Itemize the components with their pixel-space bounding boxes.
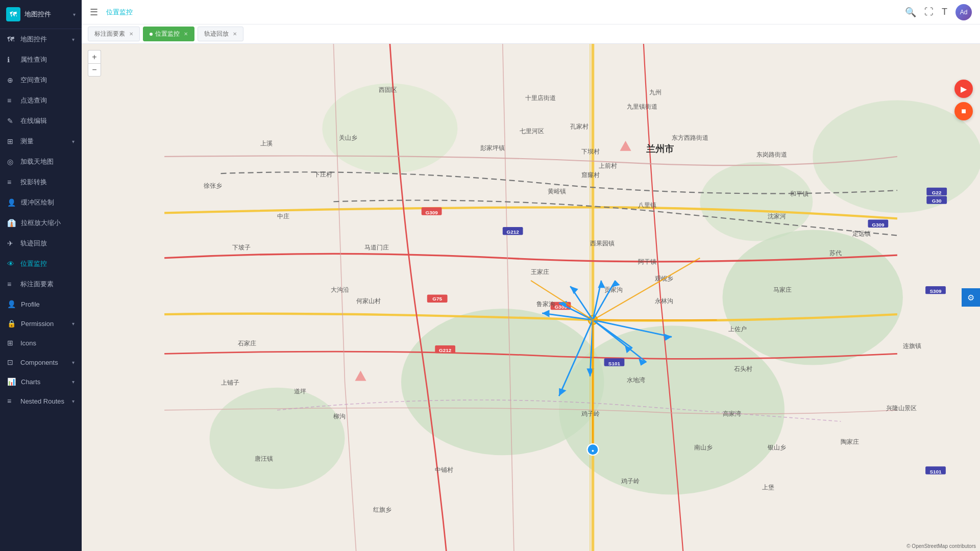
search-icon[interactable]: 🔍 xyxy=(905,7,916,18)
stop-button[interactable]: ■ xyxy=(954,102,973,120)
fullscreen-icon[interactable]: ⛶ xyxy=(924,7,934,17)
map-background[interactable]: G75 G212 G212 G309 G309 G22 G30 S309 S10… xyxy=(82,44,980,551)
svg-text:柳沟: 柳沟 xyxy=(333,413,346,420)
sidebar-item-spatial-query[interactable]: ⊕空间查询 xyxy=(0,70,82,90)
buffer-draw-label: 缓冲区绘制 xyxy=(21,198,54,207)
svg-text:九州: 九州 xyxy=(649,89,662,96)
svg-text:高家湾: 高家湾 xyxy=(723,410,741,417)
map-controls-icon: 🗺 xyxy=(7,35,15,43)
projection-label: 投影转换 xyxy=(20,178,47,187)
svg-text:阿干镇: 阿干镇 xyxy=(638,258,656,265)
svg-point-3 xyxy=(723,230,903,365)
tab-close-location[interactable]: ✕ xyxy=(184,31,188,37)
play-button[interactable]: ▶ xyxy=(954,80,973,98)
measure-label: 测量 xyxy=(20,137,34,146)
svg-text:陶家庄: 陶家庄 xyxy=(841,438,859,445)
nested-routes-arrow: ▾ xyxy=(72,398,75,404)
sidebar-item-components[interactable]: ⊡Components▾ xyxy=(0,353,82,372)
font-size-icon[interactable]: T xyxy=(942,7,947,17)
map-settings-button[interactable]: ⚙ xyxy=(962,288,980,307)
svg-text:●: ● xyxy=(592,448,594,453)
label-elements-icon: ≡ xyxy=(7,280,15,288)
tab-location-monitor[interactable]: 位置监控 ✕ xyxy=(143,27,194,41)
sidebar-item-attribute-query[interactable]: ℹ属性查询 xyxy=(0,49,82,70)
sidebar-item-point-query[interactable]: ≡点选查询 xyxy=(0,90,82,111)
tab-label-elements[interactable]: 标注面要素 ✕ xyxy=(88,27,140,41)
svg-point-7 xyxy=(322,83,457,173)
zoom-out-button[interactable]: − xyxy=(88,63,101,77)
svg-text:贡家沟: 贡家沟 xyxy=(604,286,623,293)
map-controls-arrow: ▾ xyxy=(72,37,75,42)
tabbar: 标注面要素 ✕ 位置监控 ✕ 轨迹回放 ✕ xyxy=(82,24,980,44)
svg-text:王家庄: 王家庄 xyxy=(531,268,549,276)
buffer-draw-icon: 👤 xyxy=(7,198,16,207)
svg-text:石头村: 石头村 xyxy=(734,365,752,372)
location-monitor-label: 位置监控 xyxy=(20,259,47,268)
tab-close-track[interactable]: ✕ xyxy=(233,31,237,37)
sidebar-item-charts[interactable]: 📊Charts▾ xyxy=(0,372,82,391)
svg-text:和平镇: 和平镇 xyxy=(790,190,808,197)
map-attribution: © OpenStreetMap contributors xyxy=(906,543,976,549)
tab-track-replay[interactable]: 轨迹回放 ✕ xyxy=(198,27,243,41)
point-query-icon: ≡ xyxy=(7,96,15,105)
svg-point-5 xyxy=(700,162,813,241)
svg-text:何家山村: 何家山村 xyxy=(356,297,381,305)
attribute-query-label: 属性查询 xyxy=(20,55,47,64)
svg-text:G309: G309 xyxy=(872,222,885,228)
sidebar-item-map-controls[interactable]: 🗺地图控件▾ xyxy=(0,29,82,49)
sidebar-item-load-tianditu[interactable]: ◎加载天地图 xyxy=(0,152,82,172)
svg-text:下庄村: 下庄村 xyxy=(314,171,332,178)
svg-text:七里河区: 七里河区 xyxy=(520,128,544,135)
svg-text:兰州市: 兰州市 xyxy=(646,143,674,154)
charts-label: Charts xyxy=(21,378,40,386)
point-query-label: 点选查询 xyxy=(20,96,47,105)
svg-text:上溪: 上溪 xyxy=(260,140,273,147)
sidebar-item-permission[interactable]: 🔒Permission▾ xyxy=(0,314,82,333)
sidebar-item-nested-routes[interactable]: ≡Nested Routes▾ xyxy=(0,391,82,411)
svg-text:G22: G22 xyxy=(932,190,942,195)
sidebar: 🗺 地图控件 ▾ 🗺地图控件▾ℹ属性查询⊕空间查询≡点选查询✎在线编辑⊞测量▾◎… xyxy=(0,0,82,551)
svg-text:上铺子: 上铺子 xyxy=(221,379,239,386)
spatial-query-label: 空间查询 xyxy=(20,76,47,85)
zoom-in-button[interactable]: + xyxy=(88,50,101,63)
svg-text:S101: S101 xyxy=(608,361,621,366)
avatar[interactable]: Ad xyxy=(955,4,972,20)
sidebar-item-zoom[interactable]: 👔拉框放大缩小 xyxy=(0,213,82,233)
svg-text:沈家河: 沈家河 xyxy=(768,213,786,220)
sidebar-item-label-elements[interactable]: ≡标注面要素 xyxy=(0,274,82,294)
sidebar-item-online-edit[interactable]: ✎在线编辑 xyxy=(0,111,82,131)
svg-text:中铺村: 中铺村 xyxy=(435,466,453,473)
sidebar-item-track-replay[interactable]: ✈轨迹回放 xyxy=(0,233,82,254)
map-controls-label: 地图控件 xyxy=(20,35,47,44)
label-elements-label: 标注面要素 xyxy=(20,280,54,289)
sidebar-item-measure[interactable]: ⊞测量▾ xyxy=(0,131,82,152)
svg-text:石家庄: 石家庄 xyxy=(238,340,256,347)
topbar: ☰ 位置监控 🔍 ⛶ T Ad xyxy=(82,0,980,24)
zoom-label: 拉框放大缩小 xyxy=(21,218,61,228)
svg-text:水地湾: 水地湾 xyxy=(627,377,645,384)
sidebar-item-profile[interactable]: 👤Profile xyxy=(0,294,82,314)
svg-text:上堡: 上堡 xyxy=(762,484,774,491)
tab-close-label[interactable]: ✕ xyxy=(129,31,133,37)
svg-text:下坡子: 下坡子 xyxy=(232,244,251,251)
zoom-icon: 👔 xyxy=(7,219,16,227)
sidebar-item-location-monitor[interactable]: 👁位置监控 xyxy=(0,254,82,274)
menu-icon[interactable]: ☰ xyxy=(90,7,98,18)
svg-text:孔家村: 孔家村 xyxy=(570,123,589,130)
sidebar-collapse-arrow: ▾ xyxy=(73,12,76,17)
svg-text:马家庄: 马家庄 xyxy=(773,286,792,293)
sidebar-header[interactable]: 🗺 地图控件 ▾ xyxy=(0,0,82,29)
sidebar-item-icons[interactable]: ⊞Icons xyxy=(0,333,82,353)
svg-text:八里镇: 八里镇 xyxy=(638,202,656,209)
svg-text:G309: G309 xyxy=(425,210,438,215)
svg-text:黄峪镇: 黄峪镇 xyxy=(548,188,566,195)
svg-text:鲁家沟: 鲁家沟 xyxy=(536,300,555,308)
icons-icon: ⊞ xyxy=(7,339,15,347)
profile-label: Profile xyxy=(21,300,40,308)
sidebar-item-buffer-draw[interactable]: 👤缓冲区绘制 xyxy=(0,192,82,213)
svg-text:鸡子岭: 鸡子岭 xyxy=(581,410,600,417)
svg-text:道坪: 道坪 xyxy=(294,388,306,395)
sidebar-item-projection[interactable]: ≡投影转换 xyxy=(0,172,82,192)
profile-icon: 👤 xyxy=(7,300,16,308)
svg-text:唐汪镇: 唐汪镇 xyxy=(255,455,273,462)
